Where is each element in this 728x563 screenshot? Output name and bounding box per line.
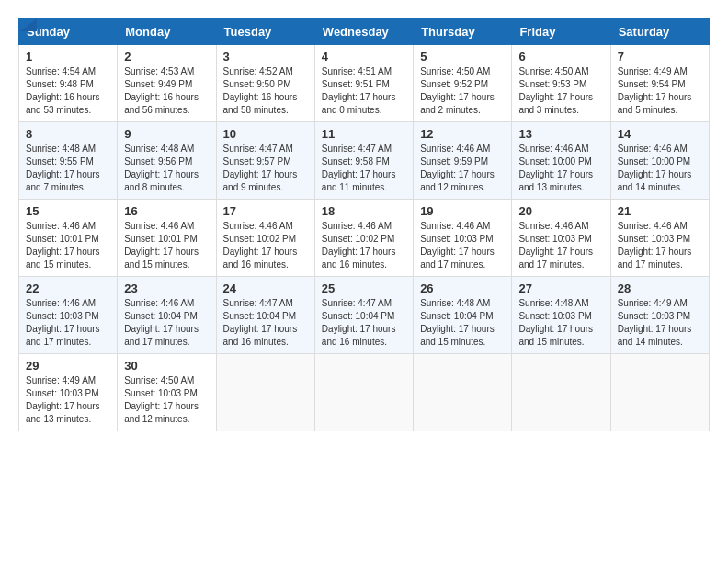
- logo-block: [18, 18, 37, 31]
- logo-triangle: [20, 18, 37, 31]
- weekday-header-friday: Friday: [512, 19, 610, 45]
- calendar-cell: 13Sunrise: 4:46 AMSunset: 10:00 PMDaylig…: [512, 122, 610, 200]
- day-number: 13: [518, 127, 603, 141]
- calendar-cell: 23Sunrise: 4:46 AMSunset: 10:04 PMDaylig…: [118, 277, 216, 354]
- day-info: Sunrise: 4:46 AMSunset: 10:00 PMDaylight…: [618, 143, 702, 194]
- calendar-cell: 25Sunrise: 4:47 AMSunset: 10:04 PMDaylig…: [314, 277, 413, 354]
- day-info: Sunrise: 4:49 AMSunset: 9:54 PMDaylight:…: [618, 65, 702, 117]
- day-info: Sunrise: 4:48 AMSunset: 9:56 PMDaylight:…: [124, 143, 209, 194]
- calendar-cell: 4Sunrise: 4:51 AMSunset: 9:51 PMDaylight…: [314, 45, 413, 122]
- calendar-cell: [216, 354, 314, 431]
- calendar-week-row: 29Sunrise: 4:49 AMSunset: 10:03 PMDaylig…: [19, 354, 710, 431]
- day-number: 28: [618, 282, 702, 295]
- calendar-cell: 19Sunrise: 4:46 AMSunset: 10:03 PMDaylig…: [414, 200, 512, 277]
- calendar-cell: 15Sunrise: 4:46 AMSunset: 10:01 PMDaylig…: [19, 200, 118, 277]
- day-info: Sunrise: 4:47 AMSunset: 9:57 PMDaylight:…: [223, 143, 308, 194]
- day-info: Sunrise: 4:50 AMSunset: 9:52 PMDaylight:…: [420, 65, 505, 117]
- calendar-week-row: 1Sunrise: 4:54 AMSunset: 9:48 PMDaylight…: [19, 45, 710, 122]
- day-info: Sunrise: 4:50 AMSunset: 9:53 PMDaylight:…: [518, 65, 603, 117]
- day-info: Sunrise: 4:46 AMSunset: 10:00 PMDaylight…: [518, 143, 603, 194]
- calendar-cell: 1Sunrise: 4:54 AMSunset: 9:48 PMDaylight…: [19, 45, 118, 122]
- day-info: Sunrise: 4:46 AMSunset: 10:01 PMDaylight…: [26, 220, 110, 271]
- day-number: 3: [223, 50, 308, 63]
- calendar-cell: 16Sunrise: 4:46 AMSunset: 10:01 PMDaylig…: [118, 200, 216, 277]
- day-info: Sunrise: 4:46 AMSunset: 10:02 PMDaylight…: [322, 220, 406, 271]
- calendar-cell: 27Sunrise: 4:48 AMSunset: 10:03 PMDaylig…: [512, 277, 610, 354]
- day-number: 24: [223, 282, 308, 295]
- calendar-cell: 22Sunrise: 4:46 AMSunset: 10:03 PMDaylig…: [19, 277, 118, 354]
- calendar-week-row: 15Sunrise: 4:46 AMSunset: 10:01 PMDaylig…: [19, 200, 710, 277]
- day-number: 21: [618, 204, 702, 218]
- day-info: Sunrise: 4:54 AMSunset: 9:48 PMDaylight:…: [26, 65, 110, 117]
- calendar-cell: 2Sunrise: 4:53 AMSunset: 9:49 PMDaylight…: [118, 45, 216, 122]
- day-info: Sunrise: 4:48 AMSunset: 10:03 PMDaylight…: [518, 297, 603, 349]
- calendar-cell: 14Sunrise: 4:46 AMSunset: 10:00 PMDaylig…: [610, 122, 709, 200]
- calendar-cell: 29Sunrise: 4:49 AMSunset: 10:03 PMDaylig…: [19, 354, 118, 431]
- day-number: 14: [618, 127, 702, 141]
- day-info: Sunrise: 4:48 AMSunset: 10:04 PMDaylight…: [420, 297, 505, 349]
- calendar-week-row: 8Sunrise: 4:48 AMSunset: 9:55 PMDaylight…: [19, 122, 710, 200]
- weekday-header-saturday: Saturday: [610, 19, 709, 45]
- calendar-cell: 9Sunrise: 4:48 AMSunset: 9:56 PMDaylight…: [118, 122, 216, 200]
- calendar-cell: 6Sunrise: 4:50 AMSunset: 9:53 PMDaylight…: [512, 45, 610, 122]
- day-number: 23: [124, 282, 209, 295]
- calendar-cell: 21Sunrise: 4:46 AMSunset: 10:03 PMDaylig…: [610, 200, 709, 277]
- day-info: Sunrise: 4:47 AMSunset: 10:04 PMDaylight…: [223, 297, 308, 349]
- calendar-cell: 11Sunrise: 4:47 AMSunset: 9:58 PMDayligh…: [314, 122, 413, 200]
- day-number: 16: [124, 204, 209, 218]
- day-number: 25: [322, 282, 406, 295]
- calendar-cell: 10Sunrise: 4:47 AMSunset: 9:57 PMDayligh…: [216, 122, 314, 200]
- day-info: Sunrise: 4:48 AMSunset: 9:55 PMDaylight:…: [26, 143, 110, 194]
- calendar-cell: [314, 354, 413, 431]
- day-info: Sunrise: 4:51 AMSunset: 9:51 PMDaylight:…: [322, 65, 406, 117]
- day-number: 1: [26, 50, 110, 63]
- day-number: 27: [518, 282, 603, 295]
- day-number: 8: [26, 127, 110, 141]
- day-number: 4: [322, 50, 406, 63]
- day-number: 19: [420, 204, 505, 218]
- svg-marker-3: [20, 18, 37, 31]
- calendar-cell: 26Sunrise: 4:48 AMSunset: 10:04 PMDaylig…: [414, 277, 512, 354]
- calendar-cell: [512, 354, 610, 431]
- day-number: 15: [26, 204, 110, 218]
- calendar-cell: 28Sunrise: 4:49 AMSunset: 10:03 PMDaylig…: [610, 277, 709, 354]
- day-info: Sunrise: 4:46 AMSunset: 10:03 PMDaylight…: [518, 220, 603, 271]
- day-info: Sunrise: 4:46 AMSunset: 10:01 PMDaylight…: [124, 220, 209, 271]
- calendar-cell: 30Sunrise: 4:50 AMSunset: 10:03 PMDaylig…: [118, 354, 216, 431]
- day-info: Sunrise: 4:46 AMSunset: 10:03 PMDaylight…: [26, 297, 110, 349]
- day-number: 11: [322, 127, 406, 141]
- calendar-table: SundayMondayTuesdayWednesdayThursdayFrid…: [18, 18, 710, 431]
- day-info: Sunrise: 4:49 AMSunset: 10:03 PMDaylight…: [618, 297, 702, 349]
- weekday-header-thursday: Thursday: [414, 19, 512, 45]
- day-info: Sunrise: 4:46 AMSunset: 10:04 PMDaylight…: [124, 297, 209, 349]
- calendar-cell: 24Sunrise: 4:47 AMSunset: 10:04 PMDaylig…: [216, 277, 314, 354]
- day-number: 6: [518, 50, 603, 63]
- day-number: 26: [420, 282, 505, 295]
- day-number: 18: [322, 204, 406, 218]
- day-number: 12: [420, 127, 505, 141]
- day-info: Sunrise: 4:53 AMSunset: 9:49 PMDaylight:…: [124, 65, 209, 117]
- weekday-header-row: SundayMondayTuesdayWednesdayThursdayFrid…: [19, 19, 710, 45]
- day-number: 9: [124, 127, 209, 141]
- day-info: Sunrise: 4:52 AMSunset: 9:50 PMDaylight:…: [223, 65, 308, 117]
- day-info: Sunrise: 4:46 AMSunset: 10:02 PMDaylight…: [223, 220, 308, 271]
- calendar-cell: 17Sunrise: 4:46 AMSunset: 10:02 PMDaylig…: [216, 200, 314, 277]
- weekday-header-monday: Monday: [118, 19, 216, 45]
- day-number: 20: [518, 204, 603, 218]
- day-number: 5: [420, 50, 505, 63]
- calendar-cell: 5Sunrise: 4:50 AMSunset: 9:52 PMDaylight…: [414, 45, 512, 122]
- day-number: 10: [223, 127, 308, 141]
- calendar-cell: 8Sunrise: 4:48 AMSunset: 9:55 PMDaylight…: [19, 122, 118, 200]
- calendar-cell: 12Sunrise: 4:46 AMSunset: 9:59 PMDayligh…: [414, 122, 512, 200]
- day-info: Sunrise: 4:46 AMSunset: 9:59 PMDaylight:…: [420, 143, 505, 194]
- day-number: 2: [124, 50, 209, 63]
- weekday-header-tuesday: Tuesday: [216, 19, 314, 45]
- day-info: Sunrise: 4:50 AMSunset: 10:03 PMDaylight…: [124, 374, 209, 426]
- day-info: Sunrise: 4:46 AMSunset: 10:03 PMDaylight…: [618, 220, 702, 271]
- day-info: Sunrise: 4:49 AMSunset: 10:03 PMDaylight…: [26, 374, 110, 426]
- calendar-cell: [610, 354, 709, 431]
- day-info: Sunrise: 4:46 AMSunset: 10:03 PMDaylight…: [420, 220, 505, 271]
- day-number: 30: [124, 359, 209, 373]
- calendar-cell: 3Sunrise: 4:52 AMSunset: 9:50 PMDaylight…: [216, 45, 314, 122]
- day-info: Sunrise: 4:47 AMSunset: 9:58 PMDaylight:…: [322, 143, 406, 194]
